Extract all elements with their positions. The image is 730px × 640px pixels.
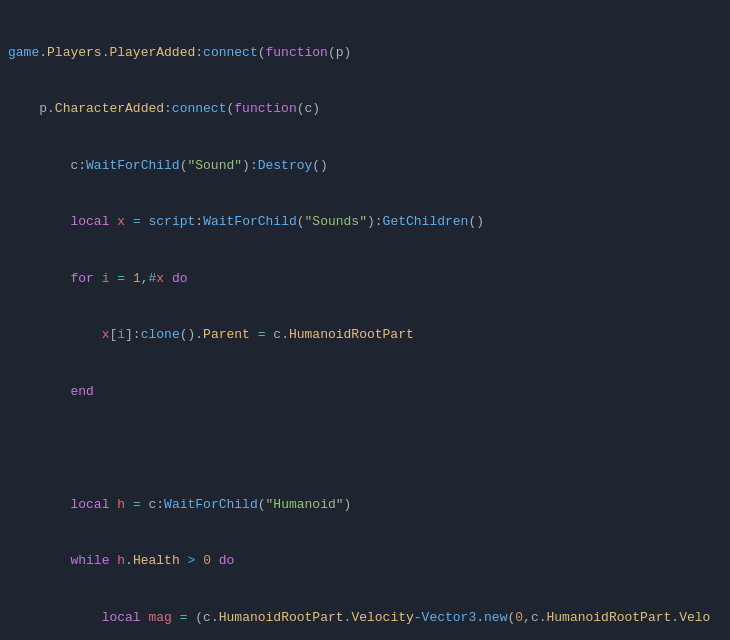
code-editor[interactable]: game.Players.PlayerAdded:connect(functio… <box>0 0 730 640</box>
line-10: while h.Health > 0 do <box>0 552 730 571</box>
line-7: end <box>0 383 730 402</box>
line-3: c:WaitForChild("Sound"):Destroy() <box>0 157 730 176</box>
line-2: p.CharacterAdded:connect(function(c) <box>0 100 730 119</box>
line-11: local mag = (c.HumanoidRootPart.Velocity… <box>0 609 730 628</box>
line-6: x[i]:clone().Parent = c.HumanoidRootPart <box>0 326 730 345</box>
line-1: game.Players.PlayerAdded:connect(functio… <box>0 44 730 63</box>
line-4: local x = script:WaitForChild("Sounds"):… <box>0 213 730 232</box>
line-5: for i = 1,#x do <box>0 270 730 289</box>
line-8 <box>0 439 730 458</box>
line-9: local h = c:WaitForChild("Humanoid") <box>0 496 730 515</box>
